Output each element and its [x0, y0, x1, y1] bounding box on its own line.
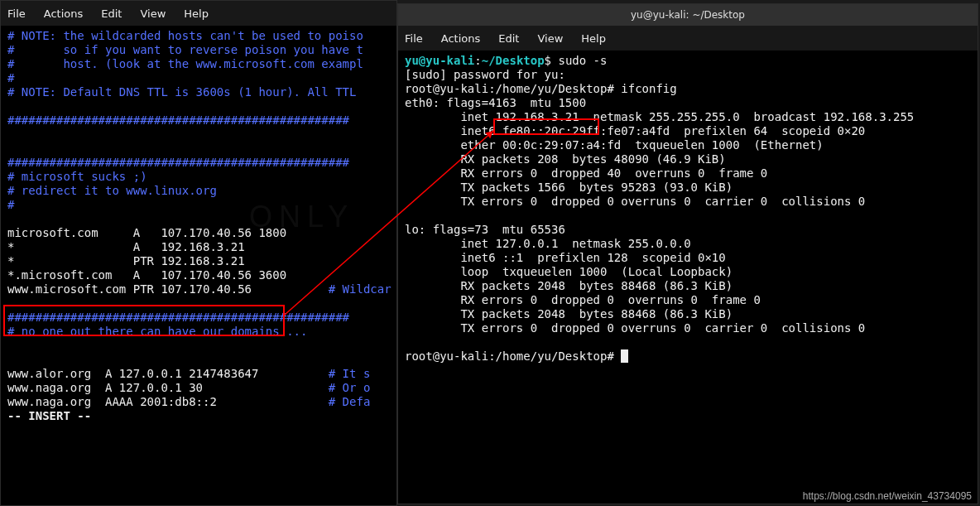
csdn-watermark: https://blog.csdn.net/weixin_43734095 — [803, 490, 972, 502]
svg-line-0 — [285, 131, 493, 315]
annotation-arrow-icon — [0, 0, 980, 506]
